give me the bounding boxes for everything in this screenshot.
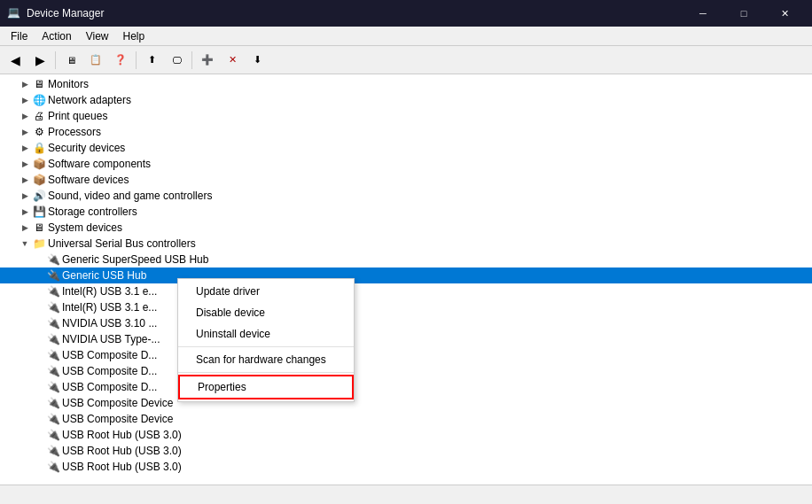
software-components-label: Software components [48,158,151,170]
maximize-button[interactable]: □ [723,0,764,27]
usb-root-1-label: USB Root Hub (USB 3.0) [62,429,182,441]
forward-button[interactable]: ▶ [28,49,51,72]
menu-help[interactable]: Help [116,27,152,46]
usb-composite-2-icon: 🔌 [46,364,60,378]
tree-item-generic-usb-hub[interactable]: 🔌Generic USB Hub [0,268,812,283]
expand-icon[interactable]: ▶ [18,141,32,155]
collapse-icon[interactable]: ▼ [18,236,32,251]
usb-composite-4-label: USB Composite Device [62,397,173,409]
sound-video-icon: 🔊 [32,189,46,203]
device-tree[interactable]: ▶🖥Monitors▶🌐Network adapters▶🖨Print queu… [0,74,812,485]
monitors-icon: 🖥 [32,77,46,91]
scan-button[interactable]: ⬇ [246,49,269,72]
tree-item-usb-controllers[interactable]: ▼📁Universal Serial Bus controllers [0,236,812,252]
tree-item-security-devices[interactable]: ▶🔒Security devices [0,140,812,156]
tree-item-processors[interactable]: ▶⚙Processors [0,124,812,140]
status-bar [0,485,812,504]
system-devices-label: System devices [48,221,122,234]
expand-icon[interactable]: ▶ [18,77,32,91]
tree-item-usb-root-2[interactable]: 🔌USB Root Hub (USB 3.0) [0,443,812,459]
expand-icon[interactable]: ▶ [18,221,32,235]
computer-button[interactable]: 🖥 [59,49,82,72]
tree-item-print-queues[interactable]: ▶🖨Print queues [0,108,812,124]
tree-item-usb-composite-5[interactable]: 🔌USB Composite Device [0,411,812,427]
context-menu-item-update-driver[interactable]: Update driver [178,281,354,302]
tree-item-usb-root-1[interactable]: 🔌USB Root Hub (USB 3.0) [0,427,812,443]
usb-composite-4-icon: 🔌 [46,396,60,410]
app-icon: 💻 [7,6,21,20]
tree-item-nvidia-usb-type[interactable]: 🔌NVIDIA USB Type-... [0,331,812,347]
tree-item-storage-controllers[interactable]: ▶💾Storage controllers [0,204,812,220]
context-menu-separator [178,346,354,347]
window-controls: ─ □ ✕ [683,0,805,27]
expand-icon[interactable]: ▶ [18,173,32,187]
tree-item-intel-usb31-2[interactable]: 🔌Intel(R) USB 3.1 e... [0,299,812,315]
nvidia-usb310-label: NVIDIA USB 3.10 ... [62,317,157,330]
tree-item-usb-root-3[interactable]: 🔌USB Root Hub (USB 3.0) [0,459,812,475]
tree-item-usb-composite-4[interactable]: 🔌USB Composite Device [0,395,812,411]
tree-item-nvidia-usb310[interactable]: 🔌NVIDIA USB 3.10 ... [0,315,812,331]
system-devices-icon: 🖥 [32,221,46,235]
title-bar: 💻 Device Manager ─ □ ✕ [0,0,812,27]
menu-bar: File Action View Help [0,27,812,46]
update-driver-button[interactable]: ⬆ [140,49,163,72]
expand-icon[interactable]: ▶ [18,189,32,203]
nvidia-usb310-icon: 🔌 [46,316,60,330]
tree-item-sound-video[interactable]: ▶🔊Sound, video and game controllers [0,188,812,204]
security-devices-label: Security devices [48,142,125,154]
properties-toolbar-button[interactable]: 📋 [84,49,107,72]
menu-file[interactable]: File [4,27,35,46]
usb-root-1-icon: 🔌 [46,428,60,442]
usb-root-2-icon: 🔌 [46,444,60,458]
context-menu-separator [178,372,354,373]
close-button[interactable]: ✕ [764,0,805,27]
sound-video-label: Sound, video and game controllers [48,190,212,202]
context-menu-item-uninstall-device[interactable]: Uninstall device [178,323,354,345]
print-queues-icon: 🖨 [32,109,46,123]
usb-controllers-icon: 📁 [32,236,46,251]
monitors-label: Monitors [48,78,89,90]
context-menu-item-properties[interactable]: Properties [178,375,354,399]
toolbar-separator-2 [136,51,137,69]
menu-action[interactable]: Action [35,27,78,46]
expand-icon[interactable]: ▶ [18,157,32,171]
context-menu-item-disable-device[interactable]: Disable device [178,302,354,323]
tree-item-system-devices[interactable]: ▶🖥System devices [0,220,812,236]
help-toolbar-button[interactable]: ❓ [109,49,132,72]
minimize-button[interactable]: ─ [683,0,723,27]
tree-item-usb-composite-3[interactable]: 🔌USB Composite D... [0,379,812,395]
toolbar: ◀ ▶ 🖥 📋 ❓ ⬆ 🖵 ➕ ✕ ⬇ [0,46,812,74]
tree-item-generic-superspeed[interactable]: 🔌Generic SuperSpeed USB Hub [0,252,812,268]
usb-root-3-icon: 🔌 [46,460,60,474]
back-button[interactable]: ◀ [4,49,27,72]
processors-label: Processors [48,126,101,138]
software-devices-label: Software devices [48,174,129,186]
generic-superspeed-icon: 🔌 [46,252,60,267]
tree-item-network-adapters[interactable]: ▶🌐Network adapters [0,92,812,108]
expand-icon[interactable]: ▶ [18,109,32,123]
menu-view[interactable]: View [79,27,116,46]
usb-composite-5-label: USB Composite Device [62,413,173,425]
usb-composite-2-label: USB Composite D... [62,365,157,377]
tree-item-monitors[interactable]: ▶🖥Monitors [0,76,812,92]
context-menu-item-scan-hardware[interactable]: Scan for hardware changes [178,349,354,370]
remove-button[interactable]: ✕ [221,49,244,72]
usb-composite-5-icon: 🔌 [46,412,60,426]
intel-usb31-2-icon: 🔌 [46,300,60,314]
security-devices-icon: 🔒 [32,141,46,155]
tree-item-software-components[interactable]: ▶📦Software components [0,156,812,172]
tree-item-software-devices[interactable]: ▶📦Software devices [0,172,812,188]
add-hardware-button[interactable]: ➕ [196,49,219,72]
expand-icon[interactable]: ▶ [18,125,32,139]
monitor-toolbar-button[interactable]: 🖵 [165,49,188,72]
toolbar-separator-3 [191,51,192,69]
tree-item-intel-usb31-1[interactable]: 🔌Intel(R) USB 3.1 e... [0,283,812,299]
usb-root-2-label: USB Root Hub (USB 3.0) [62,445,182,457]
expand-icon[interactable]: ▶ [18,93,32,107]
expand-icon[interactable]: ▶ [18,205,32,219]
intel-usb31-1-label: Intel(R) USB 3.1 e... [62,285,157,298]
tree-item-usb-composite-1[interactable]: 🔌USB Composite D... [0,347,812,363]
processors-icon: ⚙ [32,125,46,139]
software-devices-icon: 📦 [32,173,46,187]
tree-item-usb-composite-2[interactable]: 🔌USB Composite D... [0,363,812,379]
